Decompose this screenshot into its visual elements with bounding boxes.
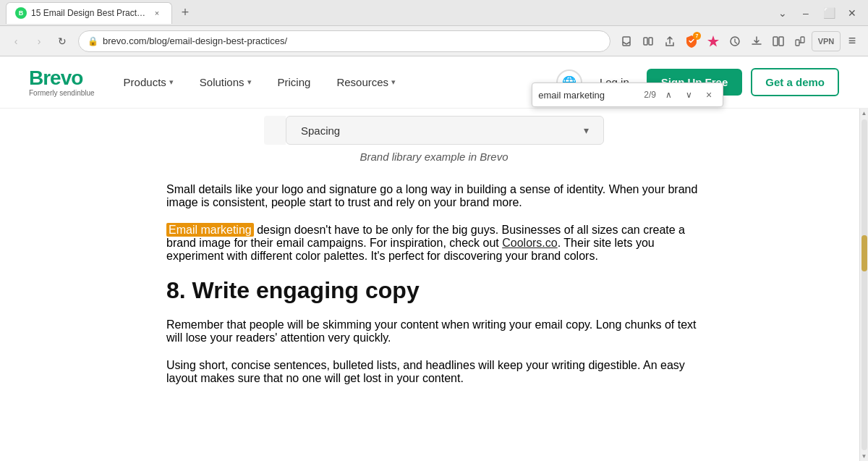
- tab-bar: B 15 Email Design Best Practices I × +: [6, 2, 764, 24]
- para4-text: Using short, concise sentences, bulleted…: [166, 359, 685, 384]
- image-caption: Brand library example in Brevo: [166, 151, 702, 163]
- products-chevron-icon: ▾: [169, 77, 174, 87]
- find-input[interactable]: [538, 90, 639, 101]
- find-down-button[interactable]: ∨: [681, 87, 697, 103]
- rewards-icon[interactable]: [703, 31, 723, 51]
- para1-text: Small details like your logo and signatu…: [166, 183, 697, 208]
- svg-rect-1: [644, 38, 647, 45]
- article-para-3: Remember that people will be skimming yo…: [166, 318, 702, 344]
- browser-toolbar: ‹ › ↻ 🔒 brevo.com/blog/email-design-best…: [0, 26, 868, 56]
- share-icon[interactable]: [660, 31, 680, 51]
- svg-rect-7: [801, 37, 804, 43]
- refresh-button[interactable]: ↻: [52, 31, 72, 51]
- downloads-icon[interactable]: [746, 31, 767, 51]
- tab-favicon: B: [15, 7, 27, 19]
- window-close-button[interactable]: ✕: [842, 3, 862, 23]
- spacing-section: Spacing ▾: [166, 109, 702, 145]
- extensions-icon[interactable]: [790, 31, 810, 51]
- article-para-2: Email marketing design doesn't have to b…: [166, 224, 702, 263]
- find-up-button[interactable]: ∧: [660, 87, 676, 103]
- spacing-label: Spacing: [301, 124, 340, 137]
- active-tab[interactable]: B 15 Email Design Best Practices I ×: [6, 2, 172, 24]
- brave-shield-icon[interactable]: 7: [681, 31, 702, 51]
- scroll-thumb[interactable]: [861, 235, 867, 271]
- tab-close-button[interactable]: ×: [151, 7, 163, 19]
- svg-rect-2: [649, 38, 652, 45]
- demo-button[interactable]: Get a demo: [751, 68, 839, 96]
- browser-titlebar: B 15 Email Design Best Practices I × + ⌄…: [0, 0, 868, 26]
- nav-resources[interactable]: Resources ▾: [325, 70, 407, 94]
- solutions-chevron-icon: ▾: [247, 77, 252, 87]
- article-para-4: Using short, concise sentences, bulleted…: [166, 359, 702, 385]
- svg-rect-5: [779, 37, 783, 46]
- reader-view-icon[interactable]: [638, 31, 658, 51]
- para3-text: Remember that people will be skimming yo…: [166, 318, 697, 344]
- find-bar: 2/9 ∧ ∨ ×: [532, 83, 723, 107]
- page-body: Spacing ▾ Brand library example in Brevo…: [0, 109, 868, 461]
- forward-button[interactable]: ›: [29, 31, 49, 51]
- svg-rect-4: [773, 37, 778, 46]
- address-bar[interactable]: 🔒 brevo.com/blog/email-design-best-pract…: [78, 30, 610, 52]
- resources-chevron-icon: ▾: [391, 77, 396, 87]
- nav-products[interactable]: Products ▾: [112, 70, 185, 94]
- layout-icon[interactable]: [768, 31, 788, 51]
- bookmark-icon[interactable]: [616, 31, 637, 51]
- window-collapse-button[interactable]: ⌄: [773, 3, 793, 23]
- section-heading-8: 8. Write engaging copy: [166, 277, 702, 304]
- scroll-up-button[interactable]: ▲: [861, 110, 867, 117]
- window-controls: ⌄ – ⬜ ✕: [773, 3, 862, 23]
- logo-area: Brevo Formerly sendinblue: [29, 68, 95, 97]
- window-maximize-button[interactable]: ⬜: [819, 3, 839, 23]
- toolbar-icons: 7 VPN ≡: [616, 31, 862, 51]
- svg-rect-6: [796, 40, 799, 46]
- logo-subtitle: Formerly sendinblue: [29, 89, 95, 97]
- nav-pricing[interactable]: Pricing: [266, 70, 323, 94]
- spacing-dropdown[interactable]: Spacing ▾: [286, 116, 604, 145]
- new-tab-button[interactable]: +: [175, 3, 195, 23]
- vpn-button[interactable]: VPN: [812, 31, 841, 51]
- scrollbar[interactable]: ▲ ▼: [859, 109, 868, 461]
- coolors-link[interactable]: Coolors.co: [502, 237, 557, 249]
- page-content: Brevo Formerly sendinblue Products ▾ Sol…: [0, 56, 868, 461]
- tab-title: 15 Email Design Best Practices I: [31, 8, 147, 18]
- email-marketing-highlight: Email marketing: [166, 223, 254, 237]
- url-text: brevo.com/blog/email-design-best-practic…: [103, 35, 601, 46]
- scroll-down-button[interactable]: ▼: [861, 453, 867, 460]
- nav-solutions[interactable]: Solutions ▾: [188, 70, 263, 94]
- back-button[interactable]: ‹: [6, 31, 26, 51]
- history-icon[interactable]: [725, 31, 745, 51]
- scroll-track: [861, 119, 867, 450]
- article-para-1: Small details like your logo and signatu…: [166, 183, 702, 209]
- shield-badge: 7: [693, 32, 701, 40]
- find-count: 2/9: [644, 90, 656, 100]
- menu-button[interactable]: ≡: [842, 31, 862, 51]
- nav-items: Products ▾ Solutions ▾ Pricing Resources…: [112, 70, 556, 94]
- site-logo[interactable]: Brevo: [29, 68, 95, 88]
- security-lock-icon: 🔒: [88, 36, 98, 46]
- window-minimize-button[interactable]: –: [796, 3, 816, 23]
- spacing-chevron-icon: ▾: [584, 124, 589, 136]
- find-close-button[interactable]: ×: [701, 87, 717, 103]
- site-header: Brevo Formerly sendinblue Products ▾ Sol…: [0, 56, 868, 109]
